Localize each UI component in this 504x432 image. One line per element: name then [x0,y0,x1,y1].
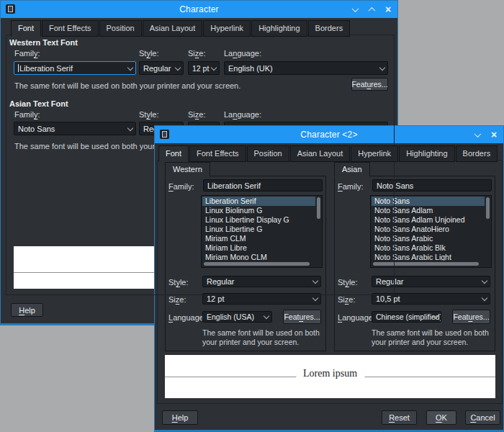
minimize-icon[interactable] [472,130,482,140]
tab-western[interactable]: Western [165,162,210,177]
dialog-tab[interactable]: Asian Layout [290,145,351,162]
close-icon[interactable]: × [489,130,499,140]
dialog-tab[interactable]: Highlighting [251,20,307,37]
minimize-icon[interactable] [350,4,360,14]
character-2-dialog: Character <2> × FontFont EffectsPosition… [154,125,504,432]
dialog-tab[interactable]: Font Effects [42,20,99,37]
dialog-tab[interactable]: Font [158,145,189,162]
cancel-button[interactable]: Cancel [465,410,500,425]
reset-button[interactable]: Reset [382,410,417,425]
help-button[interactable]: Help [162,410,198,425]
desktop: { "icons": { "close_glyph": "×" }, "back… [0,0,504,432]
dialog-tab[interactable]: Font Effects [189,145,246,162]
dialog-tab[interactable]: Borders [308,20,351,37]
maximize-icon[interactable] [366,4,377,14]
tab-asian[interactable]: Asian [334,162,370,177]
dialog-tab[interactable]: Borders [456,145,498,162]
dialog-tab[interactable]: Hyperlink [351,145,398,162]
dialog-tab[interactable]: Position [99,20,142,37]
dialog-tabbar: FontFont EffectsPositionAsian LayoutHype… [158,145,498,162]
close-icon[interactable]: × [383,4,393,14]
window-title: Character [1,4,397,14]
tab-panel [157,160,503,404]
dialog-tab[interactable]: Asian Layout [143,20,203,37]
ok-button[interactable]: OK [426,410,456,425]
dialog-tab[interactable]: Hyperlink [203,20,251,37]
dialog-tab[interactable]: Font [11,20,41,37]
dialog-tab[interactable]: Position [247,145,289,162]
window-titlebar[interactable]: Character × [1,1,397,18]
help-button[interactable]: Help [11,303,43,317]
dialog-tabbar: FontFont EffectsPositionAsian LayoutHype… [11,20,351,37]
dialog-tab[interactable]: Highlighting [399,145,454,162]
